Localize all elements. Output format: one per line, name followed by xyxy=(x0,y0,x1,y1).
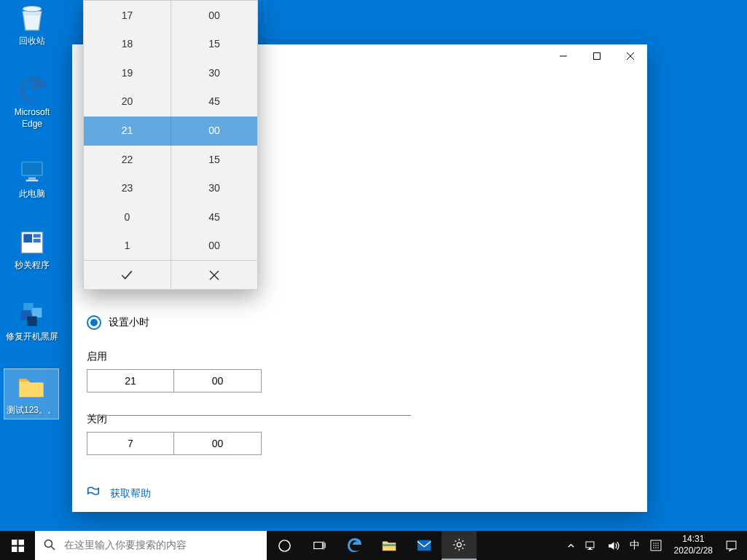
search-placeholder: 在这里输入你要搜索的内容 xyxy=(64,539,187,552)
tray-clock[interactable]: 14:31 2020/2/28 xyxy=(667,534,720,556)
minimize-button[interactable] xyxy=(547,44,580,68)
svg-rect-2 xyxy=(23,162,42,175)
svg-rect-32 xyxy=(586,542,594,548)
recycle-bin-icon xyxy=(16,2,48,34)
search-box[interactable]: 在这里输入你要搜索的内容 xyxy=(35,531,267,560)
icon-label: 秒关程序 xyxy=(4,260,60,272)
svg-point-25 xyxy=(278,540,289,551)
svg-rect-45 xyxy=(727,541,736,549)
this-pc-icon xyxy=(16,155,48,187)
start-button[interactable] xyxy=(0,531,35,560)
disable-hour[interactable]: 7 xyxy=(87,432,174,455)
svg-rect-30 xyxy=(418,540,431,551)
picker-item[interactable]: 15 xyxy=(171,30,257,59)
taskbar-edge[interactable] xyxy=(337,531,372,560)
tray-up-chevron[interactable] xyxy=(562,531,580,560)
taskbar-mail[interactable] xyxy=(407,531,442,560)
maximize-button[interactable] xyxy=(580,44,614,68)
desktop-icon-repair[interactable]: 修复开机黑屏 xyxy=(4,298,60,343)
tray-date: 2020/2/28 xyxy=(674,545,713,557)
svg-point-37 xyxy=(655,543,657,544)
taskbar: 在这里输入你要搜索的内容 中 14:31 2020/2/28 xyxy=(0,531,747,560)
picker-item[interactable]: 0 xyxy=(84,202,171,232)
svg-rect-8 xyxy=(34,239,41,242)
help-label: 获取帮助 xyxy=(110,487,151,500)
svg-rect-4 xyxy=(26,180,39,182)
svg-rect-33 xyxy=(589,548,591,549)
svg-rect-26 xyxy=(314,543,323,549)
picker-item-selected[interactable]: 00 xyxy=(171,116,257,145)
picker-item[interactable]: 1 xyxy=(84,232,171,261)
svg-point-43 xyxy=(655,547,657,548)
picker-item[interactable]: 17 xyxy=(84,1,171,30)
svg-rect-20 xyxy=(18,540,23,545)
close-button[interactable] xyxy=(614,44,647,68)
svg-rect-14 xyxy=(594,53,601,60)
svg-rect-11 xyxy=(32,308,42,318)
picker-item[interactable]: 45 xyxy=(171,87,257,117)
desktop-icon-edge[interactable]: Microsoft Edge xyxy=(4,74,60,130)
icon-label: 测试123。。 xyxy=(4,405,58,417)
get-help-link[interactable]: 获取帮助 xyxy=(87,486,633,502)
picker-item[interactable]: 45 xyxy=(171,202,257,232)
picker-item[interactable]: 00 xyxy=(171,1,257,30)
disable-minute[interactable]: 00 xyxy=(174,432,262,455)
tray-volume-icon[interactable] xyxy=(602,531,625,560)
app-icon xyxy=(16,298,48,330)
svg-point-36 xyxy=(653,543,654,544)
desktop-icon-folder[interactable]: 测试123。。 xyxy=(4,368,59,419)
desktop-icon-recycle-bin[interactable]: 回收站 xyxy=(4,2,60,47)
svg-rect-21 xyxy=(12,546,17,551)
tray-ime[interactable]: 中 xyxy=(625,531,645,560)
help-icon xyxy=(87,486,100,502)
picker-item[interactable]: 30 xyxy=(171,58,257,87)
enable-time-picker[interactable]: 21 00 xyxy=(87,369,633,393)
tray-network-icon[interactable] xyxy=(580,531,602,560)
folder-icon xyxy=(15,371,47,403)
taskbar-settings[interactable] xyxy=(442,531,477,560)
time-picker-popup: 17 18 19 20 21 22 23 0 1 00 15 30 45 00 … xyxy=(83,0,258,290)
svg-rect-7 xyxy=(34,234,41,237)
task-view-button[interactable] xyxy=(302,531,337,560)
picker-cancel-button[interactable] xyxy=(171,261,258,289)
picker-item[interactable]: 20 xyxy=(84,87,171,117)
tray-notifications-icon[interactable] xyxy=(720,531,743,560)
svg-rect-19 xyxy=(12,540,17,545)
enable-hour[interactable]: 21 xyxy=(87,369,174,393)
minute-column[interactable]: 00 15 30 45 00 15 30 45 00 xyxy=(171,1,257,260)
enable-minute[interactable]: 00 xyxy=(174,369,262,393)
picker-item[interactable]: 00 xyxy=(171,232,257,261)
svg-point-0 xyxy=(23,7,42,12)
picker-item[interactable]: 22 xyxy=(84,145,171,174)
radio-schedule-hours[interactable]: 设置小时 xyxy=(87,315,633,330)
hour-column[interactable]: 17 18 19 20 21 22 23 0 1 xyxy=(84,1,171,260)
svg-point-39 xyxy=(653,545,654,546)
disable-time-picker[interactable]: 7 00 xyxy=(87,432,633,455)
picker-item[interactable]: 18 xyxy=(84,30,171,59)
picker-item-selected[interactable]: 21 xyxy=(84,116,171,145)
picker-item[interactable]: 30 xyxy=(171,173,257,202)
svg-rect-22 xyxy=(18,546,23,551)
svg-point-41 xyxy=(657,545,659,546)
svg-rect-6 xyxy=(23,234,32,242)
desktop-icon-this-pc[interactable]: 此电脑 xyxy=(4,155,60,200)
taskbar-explorer[interactable] xyxy=(372,531,407,560)
picker-item[interactable]: 23 xyxy=(84,173,171,202)
svg-rect-3 xyxy=(28,177,36,179)
svg-point-31 xyxy=(457,543,461,547)
svg-rect-34 xyxy=(587,549,592,550)
picker-accept-button[interactable] xyxy=(84,261,171,289)
icon-label: 回收站 xyxy=(4,36,60,47)
picker-item[interactable]: 19 xyxy=(84,58,171,87)
tray-ime-keyboard[interactable] xyxy=(645,531,667,560)
picker-item[interactable]: 15 xyxy=(171,145,257,174)
svg-point-44 xyxy=(657,547,659,548)
cortana-button[interactable] xyxy=(267,531,302,560)
svg-point-40 xyxy=(655,545,657,546)
tray-time: 14:31 xyxy=(674,534,713,545)
desktop-icon-close-apps[interactable]: 秒关程序 xyxy=(4,226,60,272)
icon-label: 修复开机黑屏 xyxy=(4,331,60,343)
enable-label: 启用 xyxy=(87,350,633,363)
svg-line-24 xyxy=(52,546,55,550)
svg-rect-12 xyxy=(27,316,36,326)
